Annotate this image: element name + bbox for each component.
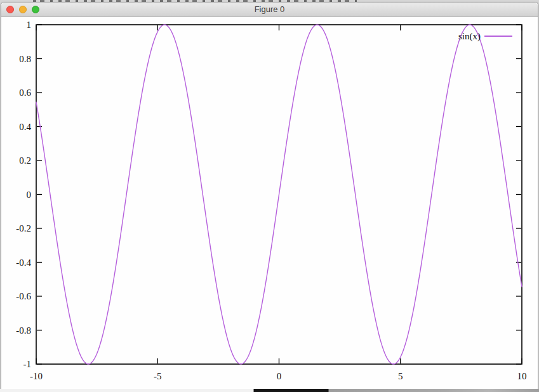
y-tick-label: 0.8 xyxy=(19,54,31,64)
y-tick-label: -0.2 xyxy=(16,223,31,233)
y-tick-label: -1 xyxy=(23,359,32,369)
curve-sinx xyxy=(36,25,522,364)
x-tick-label: -10 xyxy=(30,371,43,381)
figure-window: Figure 0 -1-0.8-0.6-0.4-0.200.20.40.60.8… xyxy=(1,2,538,390)
y-tick-label: 0.2 xyxy=(19,155,31,166)
traffic-lights xyxy=(6,3,39,16)
x-tick-label: 10 xyxy=(517,371,527,381)
y-tick-label: -0.6 xyxy=(16,291,31,301)
plot-svg: -1-0.8-0.6-0.4-0.200.20.40.60.81-10-5051… xyxy=(1,17,536,388)
minimize-button[interactable] xyxy=(19,6,27,13)
window-title: Figure 0 xyxy=(1,3,538,16)
legend-label: sin(x) xyxy=(458,31,481,42)
x-tick-label: -5 xyxy=(154,371,162,381)
background-window-bottom-fragment xyxy=(0,389,539,392)
y-tick-label: 1 xyxy=(27,20,32,30)
y-tick-label: 0.4 xyxy=(19,122,31,132)
x-tick-label: 5 xyxy=(398,371,403,381)
zoom-button[interactable] xyxy=(32,6,39,13)
y-tick-label: 0.6 xyxy=(19,88,31,98)
y-tick-label: -0.4 xyxy=(16,258,31,268)
x-tick-label: 0 xyxy=(277,371,282,381)
y-tick-label: -0.8 xyxy=(16,325,31,336)
plot-canvas: -1-0.8-0.6-0.4-0.200.20.40.60.81-10-5051… xyxy=(1,17,536,388)
close-button[interactable] xyxy=(6,6,14,13)
title-bar[interactable]: Figure 0 xyxy=(1,3,538,17)
y-tick-label: 0 xyxy=(27,190,32,200)
